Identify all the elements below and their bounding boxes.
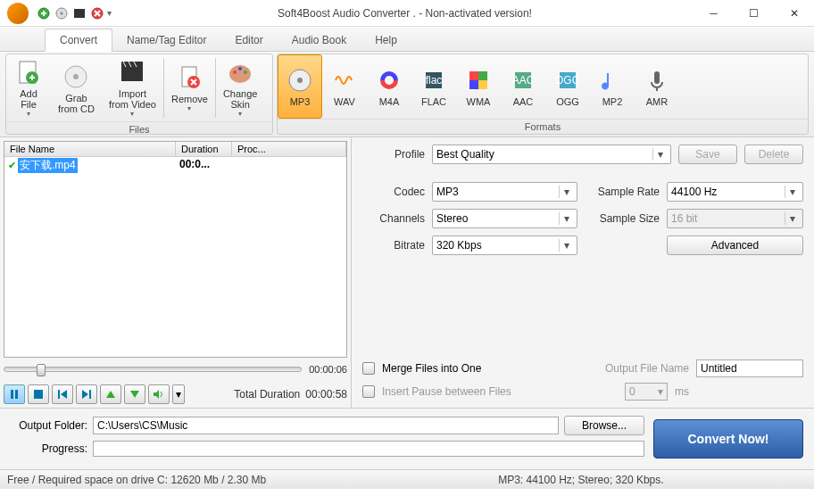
output-name-input[interactable] (696, 359, 803, 377)
tab-name-tag-editor[interactable]: Name/Tag Editor (112, 29, 220, 51)
col-file-name[interactable]: File Name (4, 142, 176, 156)
svg-rect-21 (469, 71, 478, 80)
file-list-header: File Name Duration Proc... (4, 142, 346, 157)
change-skin-button[interactable]: Change Skin▾ (216, 54, 265, 121)
file-list[interactable]: File Name Duration Proc... ✔安下载.mp4 00:0… (4, 141, 347, 358)
svg-rect-9 (121, 67, 143, 81)
profile-label: Profile (362, 148, 425, 161)
format-aac-button[interactable]: AACAAC (501, 54, 545, 119)
status-format: MP3: 44100 Hz; Stereo; 320 Kbps. (498, 474, 663, 486)
qat-add-icon[interactable] (36, 5, 52, 21)
qat-dropdown-icon[interactable]: ▾ (107, 8, 116, 18)
app-icon (7, 3, 29, 24)
samplesize-combo: 16 bit▾ (667, 209, 803, 228)
playback-slider[interactable]: 00:00:06 (4, 361, 347, 377)
svg-rect-22 (478, 71, 487, 80)
svg-rect-24 (478, 80, 487, 89)
progress-label: Progress: (11, 442, 87, 455)
files-group-label: Files (6, 121, 272, 136)
remove-button[interactable]: Remove▾ (164, 54, 215, 121)
right-pane: Profile Best Quality▾ Save Delete CodecM… (352, 137, 814, 408)
palette-icon (226, 58, 254, 87)
codec-label: Codec (362, 186, 425, 198)
formats-group-label: Formats (278, 119, 808, 134)
tab-audio-book[interactable]: Audio Book (278, 29, 361, 51)
advanced-button[interactable]: Advanced (667, 235, 803, 255)
format-ogg-button[interactable]: OGGOGG (545, 54, 590, 119)
move-down-button[interactable] (124, 384, 145, 404)
output-folder-input[interactable] (93, 417, 559, 434)
amr-icon (643, 66, 671, 95)
channels-combo[interactable]: Stereo▾ (432, 209, 577, 228)
qat-cd-icon[interactable] (54, 5, 70, 21)
grab-cd-button[interactable]: Grab from CD (51, 54, 102, 121)
tab-editor[interactable]: Editor (220, 29, 277, 51)
pause-label: Insert Pause between Files (382, 385, 511, 398)
browse-button[interactable]: Browse... (564, 416, 644, 435)
channels-label: Channels (362, 212, 425, 225)
wma-icon (464, 66, 493, 95)
svg-point-15 (238, 67, 242, 70)
next-button[interactable] (76, 384, 97, 404)
minimize-button[interactable]: ─ (694, 0, 734, 27)
import-video-button[interactable]: Import from Video▾ (102, 54, 163, 121)
mp2-icon (598, 66, 627, 95)
ribbon-tabs: Convert Name/Tag Editor Editor Audio Boo… (0, 27, 814, 52)
col-process[interactable]: Proc... (232, 142, 346, 156)
output-name-label: Output File Name (605, 362, 689, 375)
total-duration-label: Total Duration (234, 388, 300, 401)
svg-rect-29 (654, 71, 660, 84)
samplerate-label: Sample Rate (588, 186, 660, 198)
output-folder-label: Output Folder: (11, 419, 87, 432)
qat-remove-icon[interactable] (89, 5, 105, 21)
merge-checkbox[interactable] (362, 362, 375, 375)
slider-thumb[interactable] (37, 364, 46, 376)
playback-position: 00:00:06 (309, 364, 347, 375)
svg-point-8 (73, 74, 79, 79)
m4a-icon (375, 66, 403, 95)
format-wma-button[interactable]: WMA (456, 54, 501, 119)
samplerate-combo[interactable]: 44100 Hz▾ (667, 182, 803, 202)
profile-combo[interactable]: Best Quality▾ (432, 145, 671, 164)
svg-rect-23 (469, 80, 478, 89)
delete-profile-button[interactable]: Delete (744, 145, 803, 164)
convert-now-button[interactable]: Convert Now! (653, 419, 803, 459)
save-profile-button[interactable]: Save (678, 145, 737, 164)
prev-button[interactable] (52, 384, 73, 404)
move-up-button[interactable] (100, 384, 121, 404)
pause-button[interactable] (4, 384, 25, 404)
format-m4a-button[interactable]: M4A (367, 54, 411, 119)
file-row[interactable]: ✔安下载.mp4 00:0... (4, 157, 346, 174)
svg-rect-3 (74, 9, 85, 18)
add-file-button[interactable]: Add File▾ (6, 54, 51, 121)
window-title: Soft4Boost Audio Converter . - Non-activ… (116, 7, 694, 20)
format-mp3-button[interactable]: MP3 (278, 54, 322, 119)
pause-checkbox[interactable] (362, 385, 375, 398)
col-duration[interactable]: Duration (176, 142, 232, 156)
ogg-icon: OGG (553, 66, 582, 95)
stop-button[interactable] (28, 384, 49, 404)
volume-dropdown[interactable]: ▾ (172, 384, 185, 404)
tab-help[interactable]: Help (361, 29, 411, 51)
format-flac-button[interactable]: flacFLAC (411, 54, 456, 119)
codec-combo[interactable]: MP3▾ (432, 182, 577, 202)
tab-convert[interactable]: Convert (45, 29, 112, 52)
bitrate-combo[interactable]: 320 Kbps▾ (432, 235, 577, 255)
close-button[interactable]: ✕ (774, 0, 814, 27)
qat-video-icon[interactable] (71, 5, 87, 21)
mp3-icon (286, 66, 314, 95)
add-file-icon (14, 58, 43, 87)
title-bar: ▾ Soft4Boost Audio Converter . - Non-act… (0, 0, 814, 27)
maximize-button[interactable]: ☐ (734, 0, 774, 27)
format-mp2-button[interactable]: MP2 (590, 54, 635, 119)
samplesize-label: Sample Size (588, 212, 660, 225)
svg-point-2 (61, 12, 63, 14)
chevron-down-icon: ▾ (652, 148, 667, 161)
format-wav-button[interactable]: WAV (322, 54, 367, 119)
svg-text:flac: flac (426, 74, 443, 87)
quick-access-toolbar: ▾ (36, 5, 116, 21)
wav-icon (330, 66, 359, 95)
format-amr-button[interactable]: AMR (635, 54, 679, 119)
pause-spinner[interactable]: 0▾ (625, 383, 668, 401)
volume-button[interactable] (148, 384, 170, 404)
